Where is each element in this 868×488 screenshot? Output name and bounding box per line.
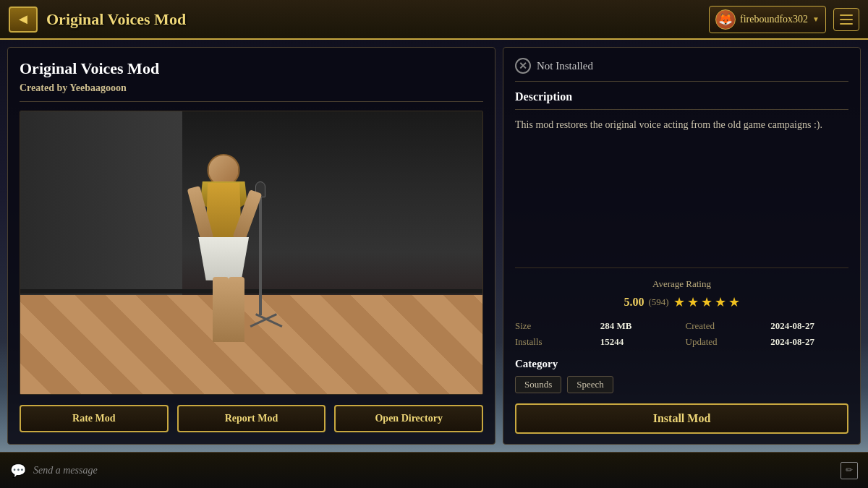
rating-count: (594) — [648, 296, 668, 308]
star-1: ★ — [673, 294, 685, 310]
main-content: Original Voices Mod Created by Yeebaagoo… — [0, 40, 868, 452]
chevron-down-icon: ▼ — [812, 15, 820, 23]
status-text: Not Installed — [537, 60, 593, 72]
username-label: fireboundfox302 — [740, 14, 808, 25]
rate-mod-button[interactable]: Rate Mod — [20, 405, 169, 432]
updated-label: Updated — [686, 336, 764, 348]
tag-sounds[interactable]: Sounds — [515, 376, 561, 393]
description-divider — [515, 109, 848, 110]
category-section: Category Sounds Speech — [515, 358, 848, 393]
char-leg-right — [229, 277, 244, 342]
not-installed-icon: ✕ — [515, 58, 531, 74]
chat-placeholder[interactable]: Send a message — [33, 465, 833, 476]
star-3: ★ — [701, 294, 712, 310]
right-panel: ✕ Not Installed Description This mod res… — [503, 47, 861, 445]
mod-image — [20, 111, 483, 395]
menu-button[interactable] — [833, 8, 859, 31]
mod-creator: Created by Yeebaagooon — [20, 82, 483, 102]
description-heading: Description — [515, 90, 848, 103]
scene — [20, 111, 482, 394]
metadata-grid: Size 284 MB Created 2024-08-27 Installs … — [515, 320, 848, 348]
action-buttons: Rate Mod Report Mod Open Directory — [20, 405, 483, 432]
chat-icon: 💬 — [10, 463, 26, 479]
hamburger-icon — [840, 14, 853, 25]
install-status-row: ✕ Not Installed — [515, 58, 848, 82]
page-title: Original Voices Mod — [46, 10, 709, 29]
back-button[interactable]: ◄ — [9, 7, 38, 33]
rating-score: 5.00 — [624, 296, 644, 309]
mod-title: Original Voices Mod — [20, 59, 483, 78]
installs-value: 15244 — [600, 336, 678, 348]
category-heading: Category — [515, 358, 848, 370]
installs-label: Installs — [515, 336, 593, 348]
rating-stars-row: 5.00 (594) ★ ★ ★ ★ ★ — [515, 294, 848, 310]
size-value: 284 MB — [600, 320, 678, 332]
compose-icon: ✏ — [846, 465, 853, 476]
tag-speech[interactable]: Speech — [567, 376, 613, 393]
open-directory-button[interactable]: Open Directory — [334, 405, 483, 432]
spacer — [515, 132, 848, 267]
rating-label: Average Rating — [515, 278, 848, 290]
chat-bar: 💬 Send a message ✏ — [0, 452, 868, 488]
left-panel: Original Voices Mod Created by Yeebaagoo… — [7, 47, 495, 445]
scene-wall-left — [20, 111, 182, 309]
rating-section: Average Rating 5.00 (594) ★ ★ ★ ★ ★ — [515, 278, 848, 310]
character-figure — [176, 154, 271, 385]
back-arrow-icon: ◄ — [16, 11, 30, 27]
user-profile-button[interactable]: 🦊 fireboundfox302 ▼ — [709, 6, 826, 33]
stars-container: ★ ★ ★ ★ ★ — [673, 294, 740, 310]
char-leg-left — [213, 277, 229, 342]
updated-value: 2024-08-27 — [770, 336, 848, 348]
avatar: 🦊 — [715, 9, 736, 30]
tags-row: Sounds Speech — [515, 376, 848, 393]
header: ◄ Original Voices Mod 🦊 fireboundfox302 … — [0, 0, 868, 40]
star-2: ★ — [687, 294, 699, 310]
size-label: Size — [515, 320, 593, 332]
install-mod-button[interactable]: Install Mod — [515, 403, 848, 434]
created-value: 2024-08-27 — [770, 320, 848, 332]
chat-compose-button[interactable]: ✏ — [841, 462, 858, 479]
star-5: ★ — [728, 294, 740, 310]
char-skirt — [198, 237, 249, 281]
star-4: ★ — [715, 294, 726, 310]
rating-divider — [515, 267, 848, 268]
report-mod-button[interactable]: Report Mod — [177, 405, 326, 432]
created-label: Created — [686, 320, 764, 332]
fox-icon: 🦊 — [718, 12, 733, 26]
description-text: This mod restores the original voice act… — [515, 117, 848, 132]
